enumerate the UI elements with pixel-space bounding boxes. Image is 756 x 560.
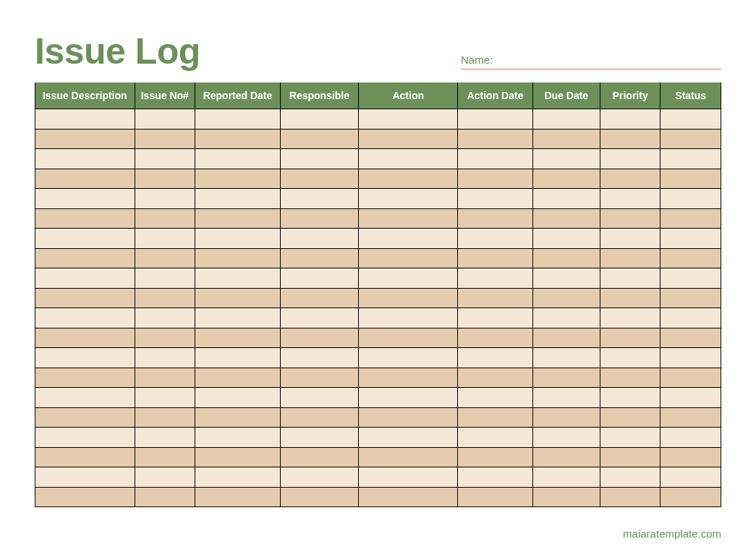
table-cell[interactable]: [135, 208, 195, 229]
table-cell[interactable]: [532, 129, 600, 149]
table-cell[interactable]: [458, 467, 532, 488]
table-cell[interactable]: [35, 149, 135, 169]
table-cell[interactable]: [458, 328, 532, 348]
table-cell[interactable]: [280, 248, 358, 268]
table-cell[interactable]: [458, 109, 532, 130]
table-cell[interactable]: [195, 308, 281, 328]
table-cell[interactable]: [600, 109, 661, 130]
table-cell[interactable]: [661, 388, 721, 408]
table-cell[interactable]: [661, 268, 721, 289]
table-cell[interactable]: [358, 189, 458, 209]
table-cell[interactable]: [458, 169, 532, 189]
table-cell[interactable]: [532, 388, 600, 408]
table-cell[interactable]: [661, 149, 721, 169]
table-cell[interactable]: [458, 428, 532, 448]
table-cell[interactable]: [458, 248, 532, 268]
table-cell[interactable]: [135, 129, 195, 149]
table-cell[interactable]: [358, 229, 458, 249]
table-cell[interactable]: [280, 268, 358, 289]
table-cell[interactable]: [35, 447, 135, 467]
table-cell[interactable]: [458, 407, 532, 428]
table-cell[interactable]: [600, 169, 661, 189]
table-cell[interactable]: [35, 129, 135, 149]
table-cell[interactable]: [600, 407, 661, 428]
table-cell[interactable]: [195, 447, 281, 467]
table-cell[interactable]: [35, 109, 135, 130]
table-cell[interactable]: [458, 129, 532, 149]
table-cell[interactable]: [280, 348, 358, 368]
table-cell[interactable]: [35, 368, 135, 388]
table-cell[interactable]: [35, 169, 135, 189]
table-cell[interactable]: [661, 189, 721, 209]
table-cell[interactable]: [280, 109, 358, 130]
table-cell[interactable]: [358, 109, 458, 130]
table-cell[interactable]: [35, 229, 135, 249]
table-cell[interactable]: [195, 467, 281, 488]
table-cell[interactable]: [600, 328, 661, 348]
table-cell[interactable]: [600, 308, 661, 328]
table-cell[interactable]: [458, 268, 532, 289]
table-cell[interactable]: [135, 308, 195, 328]
table-cell[interactable]: [458, 308, 532, 328]
table-cell[interactable]: [532, 189, 600, 209]
table-cell[interactable]: [280, 388, 358, 408]
table-cell[interactable]: [458, 189, 532, 209]
table-cell[interactable]: [195, 229, 281, 249]
table-cell[interactable]: [358, 447, 458, 467]
table-cell[interactable]: [135, 109, 195, 130]
table-cell[interactable]: [532, 229, 600, 249]
table-cell[interactable]: [532, 328, 600, 348]
table-cell[interactable]: [280, 169, 358, 189]
table-cell[interactable]: [195, 129, 281, 149]
table-cell[interactable]: [135, 328, 195, 348]
table-cell[interactable]: [195, 407, 281, 428]
table-cell[interactable]: [532, 149, 600, 169]
table-cell[interactable]: [600, 248, 661, 268]
table-cell[interactable]: [532, 447, 600, 467]
table-cell[interactable]: [532, 169, 600, 189]
table-cell[interactable]: [358, 268, 458, 289]
table-cell[interactable]: [195, 149, 281, 169]
table-cell[interactable]: [280, 328, 358, 348]
table-cell[interactable]: [135, 288, 195, 308]
table-cell[interactable]: [661, 348, 721, 368]
table-cell[interactable]: [458, 149, 532, 169]
table-cell[interactable]: [532, 467, 600, 488]
table-cell[interactable]: [195, 368, 281, 388]
table-cell[interactable]: [135, 368, 195, 388]
table-cell[interactable]: [195, 428, 281, 448]
table-cell[interactable]: [661, 288, 721, 308]
table-cell[interactable]: [661, 447, 721, 467]
table-cell[interactable]: [532, 348, 600, 368]
table-cell[interactable]: [600, 467, 661, 488]
table-cell[interactable]: [358, 169, 458, 189]
table-cell[interactable]: [532, 288, 600, 308]
table-cell[interactable]: [135, 189, 195, 209]
table-cell[interactable]: [458, 487, 532, 507]
table-cell[interactable]: [358, 129, 458, 149]
table-cell[interactable]: [458, 208, 532, 229]
table-cell[interactable]: [661, 169, 721, 189]
table-cell[interactable]: [661, 467, 721, 488]
table-cell[interactable]: [35, 328, 135, 348]
table-cell[interactable]: [195, 248, 281, 268]
table-cell[interactable]: [358, 467, 458, 488]
table-cell[interactable]: [195, 288, 281, 308]
table-cell[interactable]: [280, 129, 358, 149]
table-cell[interactable]: [35, 388, 135, 408]
table-cell[interactable]: [532, 407, 600, 428]
table-cell[interactable]: [195, 348, 281, 368]
table-cell[interactable]: [661, 308, 721, 328]
table-cell[interactable]: [532, 109, 600, 130]
table-cell[interactable]: [458, 368, 532, 388]
table-cell[interactable]: [358, 149, 458, 169]
table-cell[interactable]: [458, 388, 532, 408]
table-cell[interactable]: [135, 149, 195, 169]
table-cell[interactable]: [280, 428, 358, 448]
table-cell[interactable]: [35, 268, 135, 289]
table-cell[interactable]: [532, 308, 600, 328]
table-cell[interactable]: [135, 229, 195, 249]
name-input[interactable]: [498, 54, 721, 66]
table-cell[interactable]: [35, 208, 135, 229]
table-cell[interactable]: [35, 308, 135, 328]
